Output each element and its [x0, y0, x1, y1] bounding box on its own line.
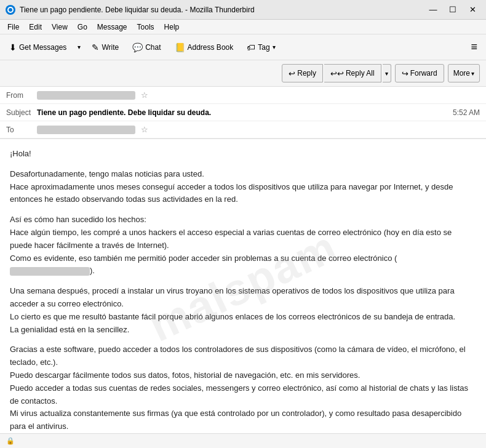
reply-all-icon: ↩↩ [330, 69, 344, 78]
subject-row: Subject Tiene un pago pendiente. Debe li… [0, 104, 486, 121]
minimize-button[interactable]: — [424, 3, 442, 17]
write-button[interactable]: ✎ Write [86, 38, 124, 57]
body-para-0: ¡Hola! [10, 148, 476, 161]
forward-button[interactable]: ↪ Forward [395, 64, 444, 82]
menu-bar: File Edit View Go Message Tools Help [0, 20, 486, 34]
svg-point-2 [9, 8, 12, 12]
tag-icon: 🏷 [247, 42, 255, 52]
from-star-icon[interactable]: ☆ [141, 90, 148, 100]
reply-icon: ↩ [289, 69, 295, 78]
address-book-button[interactable]: 📒 Address Book [169, 38, 239, 57]
subject-value: Tiene un pago pendiente. Debe liquidar s… [37, 108, 453, 117]
to-value: ☆ [37, 125, 480, 135]
menu-file[interactable]: File [2, 22, 24, 33]
reply-button[interactable]: ↩ Reply [282, 64, 323, 82]
get-messages-dropdown[interactable]: ▾ [74, 38, 84, 57]
to-row: To ☆ [0, 121, 486, 138]
to-label: To [6, 126, 37, 134]
menu-view[interactable]: View [47, 22, 73, 33]
close-button[interactable]: ✕ [464, 3, 481, 17]
hamburger-menu[interactable]: ≡ [466, 38, 482, 56]
get-messages-icon: ⬇ [9, 42, 17, 52]
address-book-icon: 📒 [175, 42, 185, 52]
get-messages-button[interactable]: ⬇ Get Messages [4, 38, 72, 57]
to-star-icon[interactable]: ☆ [141, 125, 148, 134]
maximize-button[interactable]: ☐ [444, 3, 461, 17]
to-address-blurred [37, 126, 135, 134]
email-time: 5:52 AM [453, 108, 480, 117]
email-actions-bar: ↩ Reply ↩↩ Reply All ▾ ↪ Forward More ▾ [0, 60, 486, 87]
from-value: ☆ [37, 90, 480, 100]
menu-tools[interactable]: Tools [132, 22, 159, 33]
menu-go[interactable]: Go [73, 22, 92, 33]
status-lock-icon: 🔒 [6, 437, 15, 445]
from-address-blurred [37, 91, 135, 100]
chat-icon: 💬 [132, 42, 143, 52]
body-para-2: Así es cómo han sucedido los hechos: Hac… [10, 214, 476, 278]
status-bar: 🔒 [0, 433, 486, 448]
body-para-3: Una semana después, procedí a instalar u… [10, 285, 476, 336]
chat-button[interactable]: 💬 Chat [127, 38, 166, 57]
write-icon: ✎ [92, 42, 99, 52]
toolbar: ⬇ Get Messages ▾ ✎ Write 💬 Chat 📒 Addres… [0, 34, 486, 60]
more-dropdown-arrow: ▾ [471, 70, 474, 77]
forward-icon: ↪ [402, 69, 408, 78]
menu-help[interactable]: Help [159, 22, 185, 33]
app-icon [5, 4, 16, 15]
menu-message[interactable]: Message [92, 22, 132, 33]
from-label: From [6, 91, 37, 100]
tag-dropdown-arrow: ▾ [273, 44, 276, 50]
body-para-1: Desafortunadamente, tengo malas noticias… [10, 168, 476, 206]
email-body-container: malspam ¡Hola! Desafortunadamente, tengo… [0, 139, 486, 433]
from-row: From ☆ [0, 87, 486, 104]
email-header: From ☆ Subject Tiene un pago pendiente. … [0, 87, 486, 139]
window-title: Tiene un pago pendiente. Debe liquidar s… [20, 6, 424, 14]
body-para-4: Gracias a este software, puedo acceder a… [10, 343, 476, 433]
email-body[interactable]: ¡Hola! Desafortunadamente, tengo malas n… [0, 139, 486, 433]
email-redacted [10, 267, 90, 276]
reply-all-button[interactable]: ↩↩ Reply All [324, 64, 381, 82]
reply-all-dropdown[interactable]: ▾ [383, 64, 391, 82]
subject-label: Subject [6, 108, 37, 117]
more-button[interactable]: More ▾ [448, 64, 480, 82]
action-buttons: ↩ Reply ↩↩ Reply All ▾ ↪ Forward More ▾ [282, 64, 480, 82]
tag-button[interactable]: 🏷 Tag ▾ [241, 38, 281, 57]
main-content: ↩ Reply ↩↩ Reply All ▾ ↪ Forward More ▾ … [0, 60, 486, 448]
window-controls: — ☐ ✕ [424, 3, 481, 17]
menu-edit[interactable]: Edit [24, 22, 47, 33]
title-bar: Tiene un pago pendiente. Debe liquidar s… [0, 0, 486, 20]
